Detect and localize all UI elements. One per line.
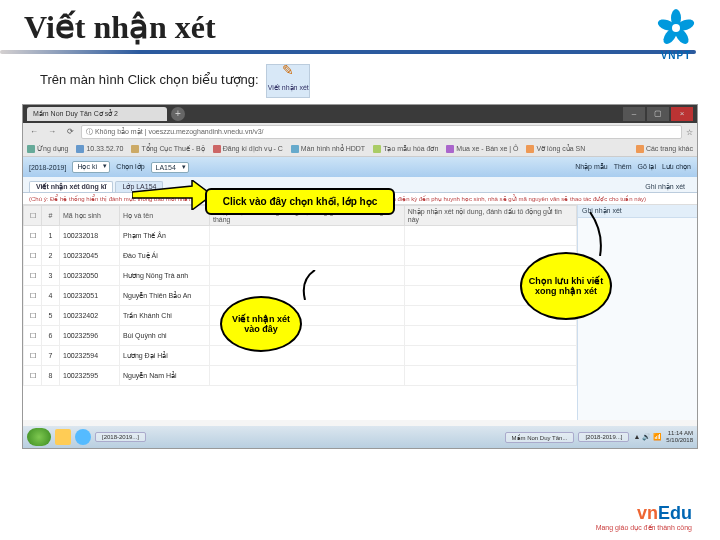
bookmark-item[interactable]: Tổng Cục Thuế - Bộ [131,145,204,153]
row-checkbox[interactable]: ☐ [24,226,42,246]
sub-tab-write[interactable]: Viết nhận xét dũng kĩ [29,181,113,192]
hocky-dropdown[interactable]: Học kì [72,161,110,173]
row-code: 100232402 [60,306,120,326]
bookmark-item[interactable]: Ứng dụng [27,145,68,153]
instruction-line: Trên màn hình Click chọn biểu tượng: Viế… [0,54,720,104]
row-checkbox[interactable]: ☐ [24,346,42,366]
bookmark-item[interactable]: Đăng kí dịch vụ - C [213,145,283,153]
row-name: Hương Nông Trà anh [120,266,210,286]
row-name: Nguyễn Thiên Bảo An [120,286,210,306]
col-comment2: Nhập nhận xét nội dung, đánh dấu tô động… [404,206,576,226]
callout-select-class: Click vào đây chọn khối, lớp học [205,188,395,215]
row-comment1[interactable] [210,226,405,246]
row-checkbox[interactable]: ☐ [24,326,42,346]
row-comment1[interactable] [210,366,405,386]
row-checkbox[interactable]: ☐ [24,286,42,306]
row-comment2[interactable] [404,226,576,246]
write-comment-icon: Viết nhận xét [266,64,310,98]
vnpt-logo: VNPT [646,8,706,61]
row-index: 2 [42,246,60,266]
bookmark-item[interactable]: 10.33.52.70 [76,145,123,153]
nav-back-icon[interactable]: ← [27,125,41,139]
row-name: Nguyễn Nam Hải [120,366,210,386]
bookmark-item[interactable]: Vỡ lòng của SN [526,145,585,153]
year-label: [2018-2019] [29,164,66,171]
row-comment1[interactable] [210,246,405,266]
taskbar-item[interactable]: [2018-2019...] [95,432,146,442]
row-code: 100232051 [60,286,120,306]
browser-tabstrip: Mầm Non Duy Tân Cơ sở 2 + – ▢ × [23,105,697,123]
window-close-button[interactable]: × [671,107,693,121]
bookmark-star-icon[interactable]: ☆ [686,128,693,137]
window-maximize-button[interactable]: ▢ [647,107,669,121]
row-name: Bùi Quỳnh chi [120,326,210,346]
browser-icon[interactable] [75,429,91,445]
row-checkbox[interactable]: ☐ [24,266,42,286]
row-comment2[interactable] [404,326,576,346]
row-code: 100232018 [60,226,120,246]
tray-icons[interactable]: ▲ 🔊 📶 [633,433,662,441]
col-checkbox[interactable]: ☐ [24,206,42,226]
callout2-tail [290,270,320,300]
row-comment2[interactable] [404,346,576,366]
bookmarks-bar: Ứng dụng 10.33.52.70 Tổng Cục Thuế - Bộ … [23,141,697,157]
row-name: Lương Đại Hải [120,346,210,366]
row-index: 1 [42,226,60,246]
slide-title: Viết nhận xét [0,0,720,50]
taskbar-item[interactable]: Mầm Non Duy Tân... [505,432,575,443]
row-code: 100232595 [60,366,120,386]
row-index: 5 [42,306,60,326]
vnedu-tagline: Mang giáo dục đến thành công [596,524,692,532]
tool-nhapmau[interactable]: Nhập mẫu [575,163,608,171]
svg-marker-6 [132,180,212,210]
row-code: 100232045 [60,246,120,266]
url-field[interactable]: ⓘ Không bảo mật | voeszzu.mezoghandinh.v… [81,125,682,139]
callout-write-here: Viết nhận xét vào đây [220,296,302,352]
bookmark-item[interactable]: Các trang khác [636,145,693,153]
windows-taskbar: [2018-2019...] Mầm Non Duy Tân... [2018-… [23,426,697,448]
row-code: 100232596 [60,326,120,346]
row-checkbox[interactable]: ☐ [24,306,42,326]
taskbar-item[interactable]: [2018-2019...] [578,432,629,442]
nav-forward-icon[interactable]: → [45,125,59,139]
student-grid: ☐ # Mã học sinh Họ và tên Nhập nhận xét … [23,205,577,420]
tool-luuchon[interactable]: Lưu chọn [662,163,691,171]
vnedu-edu: Edu [658,503,692,523]
app-toolbar: [2018-2019] Học kì Chọn lớp LA154 Nhập m… [23,157,697,177]
vnpt-brand-text: VNPT [646,50,706,61]
row-code: 100232050 [60,266,120,286]
row-comment1[interactable] [210,346,405,366]
table-row[interactable]: ☐ 8 100232595 Nguyễn Nam Hải [24,366,577,386]
rp-tab-label: Ghi nhận xét [639,182,691,192]
table-row[interactable]: ☐ 2 100232045 Đào Tuệ Ái [24,246,577,266]
row-comment2[interactable] [404,366,576,386]
new-tab-button[interactable]: + [171,107,185,121]
tool-them[interactable]: Thêm [614,163,632,171]
bookmark-item[interactable]: Mua xe - Bán xe | Ô [446,145,518,153]
row-index: 8 [42,366,60,386]
start-button[interactable] [27,428,51,446]
row-code: 100232594 [60,346,120,366]
bookmark-item[interactable]: Tạo mẫu hóa đơn [373,145,438,153]
browser-address-bar: ← → ⟳ ⓘ Không bảo mật | voeszzu.mezoghan… [23,123,697,141]
callout-save: Chọn lưu khi viết xong nhận xét [520,252,612,320]
instruction-text: Trên màn hình Click chọn biểu tượng: [40,72,259,87]
arrow-to-dropdown [132,180,212,210]
row-checkbox[interactable]: ☐ [24,366,42,386]
row-name: Trần Khánh Chi [120,306,210,326]
row-index: 7 [42,346,60,366]
row-index: 3 [42,266,60,286]
class-dropdown[interactable]: LA154 [151,162,189,173]
window-minimize-button[interactable]: – [623,107,645,121]
nav-reload-icon[interactable]: ⟳ [63,125,77,139]
browser-tab[interactable]: Mầm Non Duy Tân Cơ sở 2 [27,107,167,121]
table-row[interactable]: ☐ 7 100232594 Lương Đại Hải [24,346,577,366]
tool-golai[interactable]: Gõ lại [638,163,656,171]
chonlop-label: Chọn lớp [116,163,144,171]
bookmark-item[interactable]: Màn hình nhỏ HDDT [291,145,365,153]
row-checkbox[interactable]: ☐ [24,246,42,266]
taskbar-clock[interactable]: 11:14 AM5/10/2018 [666,430,693,444]
table-row[interactable]: ☐ 1 100232018 Phạm Thế Ân [24,226,577,246]
vnedu-vn: vn [637,503,658,523]
explorer-icon[interactable] [55,429,71,445]
